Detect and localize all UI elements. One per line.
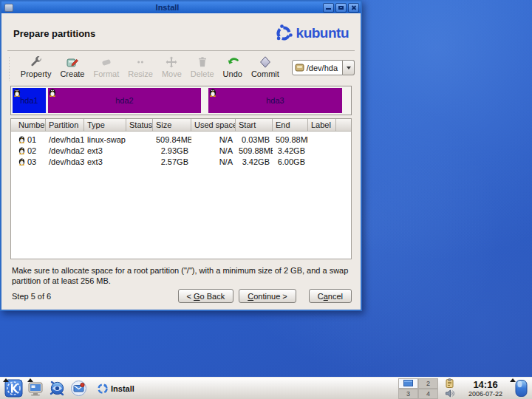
delete-label: Delete bbox=[191, 69, 214, 78]
pager-label: 2 bbox=[426, 380, 430, 387]
toolbar-drag-handle[interactable] bbox=[9, 56, 10, 81]
panel-arrow-icon bbox=[3, 378, 9, 382]
window-menu-icon[interactable] bbox=[4, 4, 13, 12]
minimize-icon bbox=[326, 8, 331, 10]
device-selector[interactable]: /dev/hda bbox=[292, 60, 343, 75]
desktop-pager: 2 3 4 bbox=[398, 378, 438, 399]
kubuntu-logo: kubuntu bbox=[273, 23, 349, 44]
mail-icon bbox=[69, 379, 88, 398]
task-label: Install bbox=[111, 384, 134, 393]
pager-desktop-2[interactable]: 2 bbox=[418, 378, 438, 389]
table-body: 01 /dev/hda1 linux-swap 509.84MB N/A 0.0… bbox=[11, 132, 351, 167]
tux-icon bbox=[18, 146, 25, 154]
cell-start: 509.88MB bbox=[236, 146, 273, 155]
minimize-button[interactable] bbox=[323, 3, 334, 13]
pager-desktop-4[interactable]: 4 bbox=[418, 389, 438, 399]
konqueror-button[interactable] bbox=[47, 378, 67, 399]
cell-size: 2.93GB bbox=[153, 146, 191, 155]
window-content: Prepare partitions kubuntu bbox=[1, 13, 361, 310]
device-notifier-icon[interactable] bbox=[514, 379, 528, 398]
install-task-icon bbox=[98, 383, 108, 394]
column-header-start[interactable]: Start bbox=[236, 119, 273, 131]
panel-arrow-icon bbox=[510, 378, 516, 382]
desktop-icon bbox=[27, 380, 44, 398]
table-row[interactable]: 02 /dev/hda2 ext3 2.93GB N/A 509.88MB 3.… bbox=[11, 145, 351, 156]
partition-block-hda1[interactable]: hda1 bbox=[13, 88, 46, 113]
column-header-stub bbox=[336, 119, 351, 131]
resize-button[interactable]: Resize bbox=[123, 55, 157, 79]
partition-table: Number Partition Type Status Size Used s… bbox=[10, 118, 352, 259]
trash-icon bbox=[196, 55, 209, 69]
undo-icon bbox=[226, 55, 239, 69]
table-header: Number Partition Type Status Size Used s… bbox=[11, 119, 351, 132]
column-header-number[interactable]: Number bbox=[11, 119, 46, 131]
create-partition-icon bbox=[66, 55, 79, 69]
column-header-size[interactable]: Size bbox=[153, 119, 191, 131]
pager-desktop-3[interactable]: 3 bbox=[398, 389, 418, 399]
create-label: Create bbox=[60, 69, 84, 78]
table-row[interactable]: 01 /dev/hda1 linux-swap 509.84MB N/A 0.0… bbox=[11, 134, 351, 145]
format-label: Format bbox=[93, 69, 119, 78]
resize-label: Resize bbox=[128, 69, 153, 78]
wrench-icon bbox=[30, 55, 43, 69]
chevron-down-icon bbox=[347, 66, 351, 69]
table-row[interactable]: 03 /dev/hda3 ext3 2.57GB N/A 3.42GB 6.00… bbox=[11, 156, 351, 167]
cell-size: 2.57GB bbox=[153, 157, 191, 166]
panel-clock[interactable]: 14:16 2006-07-22 bbox=[461, 380, 510, 398]
cell-number: 01 bbox=[27, 135, 36, 144]
format-button[interactable]: Format bbox=[89, 55, 123, 79]
column-header-partition[interactable]: Partition bbox=[46, 119, 84, 131]
tux-icon bbox=[18, 157, 25, 166]
commit-label: Commit bbox=[251, 69, 279, 78]
partition-block-hda2[interactable]: hda2 bbox=[48, 88, 201, 113]
cell-start: 3.42GB bbox=[236, 157, 273, 166]
mini-window-preview bbox=[403, 380, 413, 386]
delete-button[interactable]: Delete bbox=[186, 55, 219, 79]
taskbar: Install 2 3 4 bbox=[0, 377, 532, 399]
go-back-button[interactable]: < Go Back bbox=[178, 289, 234, 303]
resize-icon bbox=[134, 55, 147, 69]
continue-button[interactable]: Continue > bbox=[239, 289, 296, 303]
column-header-type[interactable]: Type bbox=[84, 119, 126, 131]
kontact-button[interactable] bbox=[68, 378, 89, 399]
column-header-end[interactable]: End bbox=[273, 119, 308, 131]
close-icon bbox=[350, 5, 357, 10]
cell-end: 3.42GB bbox=[273, 146, 308, 155]
page-title: Prepare partitions bbox=[13, 28, 95, 39]
pager-desktop-1[interactable] bbox=[398, 378, 418, 389]
maximize-button[interactable] bbox=[335, 3, 347, 13]
undo-button[interactable]: Undo bbox=[219, 55, 247, 79]
partition-block-label: hda2 bbox=[115, 96, 133, 105]
taskbar-task-install[interactable]: Install bbox=[98, 383, 134, 394]
partition-block-hda3[interactable]: hda3 bbox=[208, 88, 342, 113]
cell-used-space: N/A bbox=[191, 135, 236, 144]
move-button[interactable]: Move bbox=[157, 55, 186, 79]
volume-icon[interactable] bbox=[445, 389, 454, 398]
cancel-button[interactable]: Cancel bbox=[309, 289, 352, 303]
column-header-label[interactable]: Label bbox=[308, 119, 336, 131]
cell-used-space: N/A bbox=[191, 146, 236, 155]
cell-used-space: N/A bbox=[191, 157, 236, 166]
klipper-icon[interactable] bbox=[445, 378, 454, 388]
property-label: Property bbox=[21, 69, 52, 78]
footer: Step 5 of 6 < Go Back Continue > Cancel bbox=[12, 289, 352, 303]
cell-type: linux-swap bbox=[84, 135, 126, 144]
create-button[interactable]: Create bbox=[55, 55, 89, 79]
device-selector-dropdown-button[interactable] bbox=[343, 60, 355, 75]
cell-type: ext3 bbox=[84, 157, 126, 166]
clock-time: 14:16 bbox=[461, 380, 510, 390]
toolbar: Property Create Format bbox=[1, 51, 361, 81]
cell-size: 509.84MB bbox=[153, 135, 191, 144]
commit-button[interactable]: Commit bbox=[247, 55, 284, 79]
cell-number: 02 bbox=[27, 146, 36, 155]
column-header-status[interactable]: Status bbox=[126, 119, 153, 131]
cell-start: 0.03MB bbox=[236, 135, 273, 144]
property-button[interactable]: Property bbox=[16, 55, 56, 79]
step-indicator: Step 5 of 6 bbox=[12, 292, 51, 301]
kubuntu-logo-icon bbox=[273, 23, 294, 44]
undo-label: Undo bbox=[223, 69, 242, 78]
titlebar[interactable]: Install bbox=[1, 1, 361, 13]
tux-icon bbox=[13, 88, 21, 97]
close-button[interactable] bbox=[348, 3, 359, 13]
column-header-used-space[interactable]: Used space bbox=[191, 119, 236, 131]
